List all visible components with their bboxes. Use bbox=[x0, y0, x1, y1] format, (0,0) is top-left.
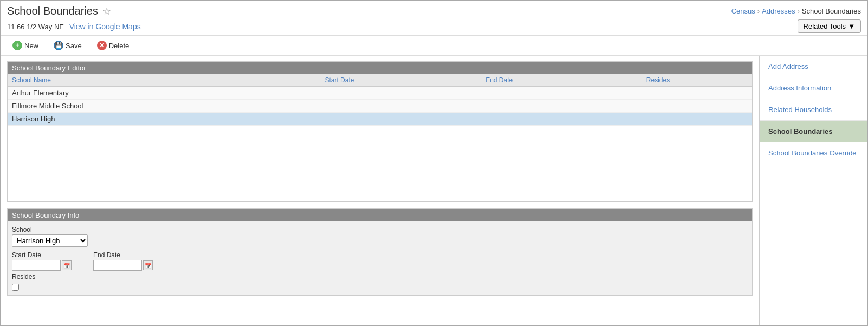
table-cell-start bbox=[327, 101, 485, 110]
editor-body: School Name Start Date End Date Resides … bbox=[8, 74, 752, 201]
sidebar-item-link[interactable]: Related Households bbox=[768, 106, 832, 114]
col-start-date-header[interactable]: Start Date bbox=[320, 74, 481, 86]
table-empty-area bbox=[8, 126, 752, 201]
table-cell-start bbox=[327, 88, 485, 97]
school-select[interactable]: Harrison HighArthur ElementaryFillmore M… bbox=[12, 234, 88, 247]
breadcrumb-sep-1: › bbox=[757, 7, 760, 15]
end-date-label: End Date bbox=[93, 251, 153, 259]
date-row: Start Date 📅 End Date 📅 bbox=[12, 251, 748, 271]
start-date-calendar-icon[interactable]: 📅 bbox=[62, 260, 72, 270]
start-date-group: Start Date 📅 bbox=[12, 251, 72, 271]
table-row[interactable]: Fillmore Middle School bbox=[8, 100, 752, 113]
page-title-text: School Boundaries bbox=[7, 5, 98, 17]
sidebar-item-related-households[interactable]: Related Households bbox=[760, 99, 867, 121]
favorite-star-icon[interactable]: ☆ bbox=[102, 5, 111, 17]
table-cell-resides bbox=[643, 114, 748, 123]
page-wrapper: School Boundaries ☆ Census › Addresses ›… bbox=[0, 0, 868, 326]
save-icon: 💾 bbox=[54, 41, 63, 50]
toolbar: + New 💾 Save ✕ Delete bbox=[1, 36, 867, 56]
sidebar-item-school-boundaries-override[interactable]: School Boundaries Override bbox=[760, 142, 867, 164]
sidebar-item-add-address[interactable]: Add Address bbox=[760, 56, 867, 77]
school-boundary-editor-panel: School Boundary Editor School Name Start… bbox=[7, 61, 753, 202]
table-cell-school: Harrison High bbox=[12, 114, 327, 123]
editor-header: School Boundary Editor bbox=[8, 62, 752, 74]
table-row[interactable]: Arthur Elementary bbox=[8, 87, 752, 100]
header-top: School Boundaries ☆ Census › Addresses ›… bbox=[7, 5, 861, 17]
resides-checkbox-row bbox=[12, 284, 748, 291]
content-area: School Boundary Editor School Name Start… bbox=[1, 56, 759, 325]
sidebar: Add AddressAddress InformationRelated Ho… bbox=[759, 56, 867, 325]
end-date-calendar-icon[interactable]: 📅 bbox=[143, 260, 153, 270]
address-line: 11 66 1/2 Way NE View in Google Maps bbox=[7, 22, 141, 31]
main-layout: School Boundary Editor School Name Start… bbox=[1, 56, 867, 325]
breadcrumb-addresses[interactable]: Addresses bbox=[762, 7, 795, 15]
end-date-input-wrapper: 📅 bbox=[93, 260, 153, 271]
delete-button[interactable]: ✕ Delete bbox=[92, 39, 135, 52]
table-cell-start bbox=[327, 114, 485, 123]
sidebar-item-school-boundaries[interactable]: School Boundaries bbox=[760, 121, 867, 142]
table-cell-end bbox=[485, 114, 643, 123]
breadcrumb-census[interactable]: Census bbox=[731, 7, 755, 15]
delete-label: Delete bbox=[109, 42, 129, 50]
col-end-date-header[interactable]: End Date bbox=[481, 74, 642, 86]
info-header: School Boundary Info bbox=[8, 209, 752, 221]
end-date-input[interactable] bbox=[93, 260, 142, 271]
header: School Boundaries ☆ Census › Addresses ›… bbox=[1, 1, 867, 36]
breadcrumb-current: School Boundaries bbox=[802, 7, 861, 15]
col-school-name-header[interactable]: School Name bbox=[8, 74, 320, 86]
google-maps-link[interactable]: View in Google Maps bbox=[69, 22, 141, 31]
address-text: 11 66 1/2 Way NE bbox=[7, 23, 64, 31]
end-date-group: End Date 📅 bbox=[93, 251, 153, 271]
start-date-label: Start Date bbox=[12, 251, 72, 259]
breadcrumb: Census › Addresses › School Boundaries bbox=[731, 7, 861, 15]
related-tools-button[interactable]: Related Tools ▼ bbox=[798, 19, 861, 33]
related-tools-label: Related Tools bbox=[804, 22, 846, 30]
table-cell-school: Arthur Elementary bbox=[12, 88, 327, 97]
col-resides-header[interactable]: Resides bbox=[642, 74, 752, 86]
table-rows-container: Arthur Elementary Fillmore Middle School… bbox=[8, 87, 752, 126]
school-field-row: School Harrison HighArthur ElementaryFil… bbox=[12, 226, 748, 247]
table-cell-resides bbox=[643, 101, 748, 110]
sidebar-item-link[interactable]: School Boundaries Override bbox=[768, 149, 857, 157]
resides-row: Resides bbox=[12, 273, 748, 282]
new-label: New bbox=[24, 42, 38, 50]
sidebar-item-link[interactable]: Address Information bbox=[768, 84, 831, 92]
school-field-label: School bbox=[12, 226, 748, 233]
page-title: School Boundaries ☆ bbox=[7, 5, 111, 17]
table-cell-resides bbox=[643, 88, 748, 97]
resides-label: Resides bbox=[12, 273, 35, 281]
save-button[interactable]: 💾 Save bbox=[48, 39, 87, 52]
sidebar-item-address-information[interactable]: Address Information bbox=[760, 77, 867, 99]
start-date-input[interactable] bbox=[12, 260, 61, 271]
related-tools-chevron-icon: ▼ bbox=[848, 22, 855, 30]
sidebar-item-label: School Boundaries bbox=[768, 127, 832, 135]
school-boundary-info-panel: School Boundary Info School Harrison Hig… bbox=[7, 208, 753, 296]
breadcrumb-sep-2: › bbox=[798, 7, 800, 15]
save-label: Save bbox=[66, 42, 82, 50]
table-header-row: School Name Start Date End Date Resides bbox=[8, 74, 752, 87]
table-cell-school: Fillmore Middle School bbox=[12, 101, 327, 110]
table-row[interactable]: Harrison High bbox=[8, 113, 752, 126]
table-cell-end bbox=[485, 88, 643, 97]
table-cell-end bbox=[485, 101, 643, 110]
info-body: School Harrison HighArthur ElementaryFil… bbox=[8, 221, 752, 295]
header-sub: 11 66 1/2 Way NE View in Google Maps Rel… bbox=[7, 19, 861, 33]
start-date-input-wrapper: 📅 bbox=[12, 260, 72, 271]
new-button[interactable]: + New bbox=[7, 39, 44, 52]
delete-icon: ✕ bbox=[97, 41, 107, 50]
resides-checkbox[interactable] bbox=[12, 284, 19, 291]
sidebar-item-link[interactable]: Add Address bbox=[768, 62, 808, 70]
new-icon: + bbox=[12, 41, 22, 50]
